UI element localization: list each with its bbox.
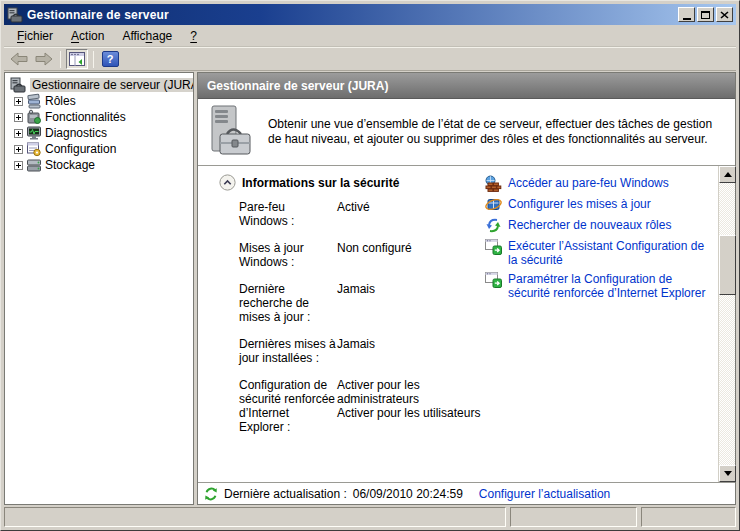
row-ie-esc: Configuration de sécurité renforcée d’In… xyxy=(239,378,503,434)
status-cell xyxy=(641,507,736,527)
tree-item-diagnostics[interactable]: Diagnostics xyxy=(5,125,193,141)
last-refresh-time: 06/09/2010 20:24:59 xyxy=(353,487,463,501)
menubar: Fichier Action Affichage ? xyxy=(4,25,736,47)
roles-icon xyxy=(26,93,42,109)
status-cell xyxy=(4,507,506,527)
refresh-bar: Dernière actualisation : 06/09/2010 20:2… xyxy=(198,482,735,504)
row-last-check: Dernière recherche de mises à jour : Jam… xyxy=(239,282,503,324)
close-button[interactable] xyxy=(716,7,733,22)
expand-icon[interactable] xyxy=(14,129,23,138)
menu-action[interactable]: Action xyxy=(62,27,113,45)
window: Gestionnaire de serveur Fichier Action A… xyxy=(0,0,740,531)
security-section: Informations sur la sécurité Pare-feu Wi… xyxy=(198,166,735,482)
forward-button[interactable] xyxy=(33,49,55,69)
row-firewall: Pare-feu Windows : Activé xyxy=(239,200,503,228)
section-title: Informations sur la sécurité xyxy=(242,176,399,190)
close-icon xyxy=(720,11,729,19)
firewall-icon xyxy=(485,175,502,192)
menu-affichage[interactable]: Affichage xyxy=(113,27,181,45)
security-rows: Pare-feu Windows : Activé Mises à jour W… xyxy=(239,200,503,447)
scroll-up-button[interactable] xyxy=(719,166,736,183)
expand-icon[interactable] xyxy=(14,113,23,122)
back-button[interactable] xyxy=(8,49,30,69)
server-toolbox-icon xyxy=(208,104,254,160)
last-refresh-label: Dernière actualisation : xyxy=(224,487,347,501)
row-last-installed: Dernières mises à jour installées : Jama… xyxy=(239,337,503,365)
toolbar-separator xyxy=(60,51,61,68)
minimize-icon xyxy=(683,18,691,20)
vertical-scrollbar[interactable] xyxy=(718,166,735,482)
collapse-section-button[interactable] xyxy=(219,174,236,191)
help-button[interactable]: ? xyxy=(99,49,121,69)
toolbar: ? xyxy=(4,47,736,71)
maximize-button[interactable] xyxy=(697,7,714,22)
expand-icon[interactable] xyxy=(14,145,23,154)
tree-item-roles[interactable]: Rôles xyxy=(5,93,193,109)
show-console-tree-button[interactable] xyxy=(66,49,88,69)
forward-icon xyxy=(35,52,53,66)
app-icon xyxy=(7,7,23,23)
row-windows-update: Mises à jour Windows : Non configuré xyxy=(239,241,503,269)
statusbar xyxy=(4,507,736,527)
link-configure-updates[interactable]: Configurer les mises à jour xyxy=(485,196,721,213)
status-cell xyxy=(510,507,637,527)
arrow-up-icon xyxy=(724,172,732,177)
refresh-icon xyxy=(204,487,218,501)
back-icon xyxy=(10,52,28,66)
configure-refresh-link[interactable]: Configurer l’actualisation xyxy=(479,487,610,501)
console-tree: Gestionnaire de serveur (JURA) Rôles xyxy=(4,72,194,505)
windows-update-icon xyxy=(485,196,502,213)
chevron-up-icon xyxy=(219,174,236,191)
expand-icon[interactable] xyxy=(14,161,23,170)
overview-banner: Obtenir une vue d’ensemble de l’état de … xyxy=(198,99,735,166)
content-pane: Gestionnaire de serveur (JURA) xyxy=(197,72,736,505)
maximize-icon xyxy=(701,11,710,19)
scrollbar-thumb[interactable] xyxy=(719,235,736,295)
configuration-icon xyxy=(26,141,42,157)
link-firewall[interactable]: Accéder au pare-feu Windows xyxy=(485,175,721,192)
tree-item-configuration[interactable]: Configuration xyxy=(5,141,193,157)
link-ie-esc[interactable]: Paramétrer la Configuration de sécurité … xyxy=(485,271,721,300)
link-security-wizard[interactable]: Exécuter l’Assistant Configuration de la… xyxy=(485,238,721,267)
content-header-title: Gestionnaire de serveur (JURA) xyxy=(207,79,388,93)
content-header: Gestionnaire de serveur (JURA) xyxy=(198,73,735,99)
help-icon: ? xyxy=(102,51,119,67)
new-roles-icon xyxy=(485,217,502,234)
link-new-roles[interactable]: Rechercher de nouveaux rôles xyxy=(485,217,721,234)
features-icon xyxy=(26,109,42,125)
menu-fichier[interactable]: Fichier xyxy=(8,27,62,45)
security-links: Accéder au pare-feu Windows Configurer l… xyxy=(485,175,721,300)
diagnostics-icon xyxy=(26,125,42,141)
show-console-tree-icon xyxy=(69,52,85,66)
expand-icon[interactable] xyxy=(14,97,23,106)
tree-item-stockage[interactable]: Stockage xyxy=(5,157,193,173)
titlebar[interactable]: Gestionnaire de serveur xyxy=(4,4,736,25)
server-manager-icon xyxy=(10,77,26,93)
security-wizard-icon xyxy=(485,238,502,255)
window-title: Gestionnaire de serveur xyxy=(27,8,674,22)
tree-root[interactable]: Gestionnaire de serveur (JURA) xyxy=(5,76,193,93)
security-wizard-icon xyxy=(485,271,502,288)
minimize-button[interactable] xyxy=(678,7,695,22)
overview-text: Obtenir une vue d’ensemble de l’état de … xyxy=(268,117,721,147)
tree-item-fonctionnalites[interactable]: Fonctionnalités xyxy=(5,109,193,125)
tree-root-label: Gestionnaire de serveur (JURA) xyxy=(30,78,194,92)
scroll-down-button[interactable] xyxy=(719,465,736,482)
main-area: Gestionnaire de serveur (JURA) Rôles xyxy=(4,72,736,505)
menu-aide[interactable]: ? xyxy=(181,27,206,45)
arrow-down-icon xyxy=(724,471,732,476)
toolbar-separator xyxy=(93,51,94,68)
storage-icon xyxy=(26,157,42,173)
